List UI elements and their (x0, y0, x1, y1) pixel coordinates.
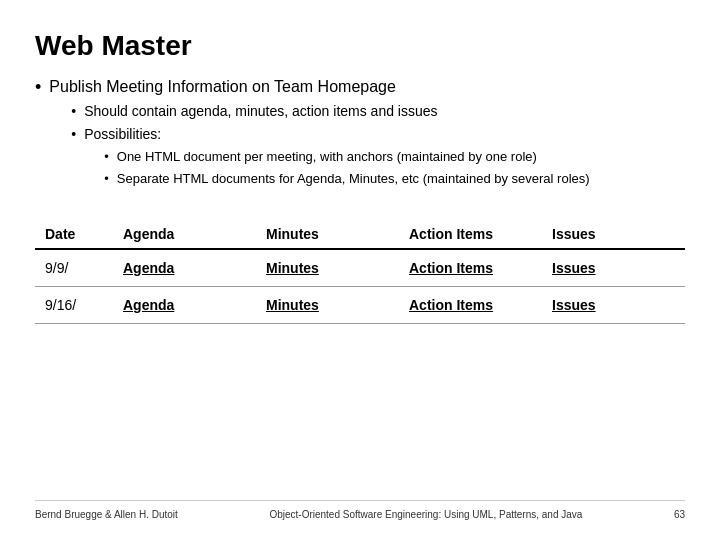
bullet-l2-text-1: Should contain agenda, minutes, action i… (84, 102, 437, 122)
col-header-minutes: Minutes (256, 220, 399, 249)
table-header-row: Date Agenda Minutes Action Items Issues (35, 220, 685, 249)
slide-content: • Publish Meeting Information on Team Ho… (35, 76, 685, 500)
row2-minutes[interactable]: Minutes (256, 287, 399, 324)
sub-bullets: • Should contain agenda, minutes, action… (71, 102, 589, 193)
bullet-l1-dot: • (35, 76, 41, 99)
footer-page-number: 63 (674, 509, 685, 520)
col-header-issues: Issues (542, 220, 685, 249)
row1-issues[interactable]: Issues (542, 249, 685, 287)
bullet-l2-1: • Should contain agenda, minutes, action… (71, 102, 589, 122)
row1-action-items[interactable]: Action Items (399, 249, 542, 287)
col-header-agenda: Agenda (113, 220, 256, 249)
bullet-l2-dot-2: • (71, 125, 76, 145)
slide-footer: Bernd Bruegge & Allen H. Dutoit Object-O… (35, 500, 685, 520)
row2-action-items[interactable]: Action Items (399, 287, 542, 324)
table-row-2: 9/16/ Agenda Minutes Action Items Issues (35, 287, 685, 324)
col-header-action-items: Action Items (399, 220, 542, 249)
bullet-l1-text: Publish Meeting Information on Team Home… (49, 78, 396, 95)
bullet-l3-dot-2: • (104, 170, 109, 188)
meeting-table: Date Agenda Minutes Action Items Issues … (35, 220, 685, 324)
footer-authors: Bernd Bruegge & Allen H. Dutoit (35, 509, 178, 520)
sub-sub-bullets: • One HTML document per meeting, with an… (104, 148, 589, 188)
slide-title: Web Master (35, 30, 685, 62)
row1-agenda[interactable]: Agenda (113, 249, 256, 287)
col-header-date: Date (35, 220, 113, 249)
bullet-l3-2: • Separate HTML documents for Agenda, Mi… (104, 170, 589, 188)
row2-date: 9/16/ (35, 287, 113, 324)
row2-agenda[interactable]: Agenda (113, 287, 256, 324)
bullet-l3-1: • One HTML document per meeting, with an… (104, 148, 589, 166)
row2-issues[interactable]: Issues (542, 287, 685, 324)
table-row-1: 9/9/ Agenda Minutes Action Items Issues (35, 249, 685, 287)
bullet-l2-text-2: Possibilities: (84, 126, 161, 142)
meeting-table-section: Date Agenda Minutes Action Items Issues … (35, 220, 685, 324)
bullet-l3-dot-1: • (104, 148, 109, 166)
bullet-l3-text-1: One HTML document per meeting, with anch… (117, 148, 537, 166)
bullet-l2-dot: • (71, 102, 76, 122)
row1-date: 9/9/ (35, 249, 113, 287)
bullet-l1-1: • Publish Meeting Information on Team Ho… (35, 76, 685, 196)
slide: Web Master • Publish Meeting Information… (0, 0, 720, 540)
footer-book-title: Object-Oriented Software Engineering: Us… (269, 509, 582, 520)
bullet-l3-text-2: Separate HTML documents for Agenda, Minu… (117, 170, 590, 188)
bullet-l2-2: • Possibilities: • One HTML document per… (71, 125, 589, 192)
row1-minutes[interactable]: Minutes (256, 249, 399, 287)
